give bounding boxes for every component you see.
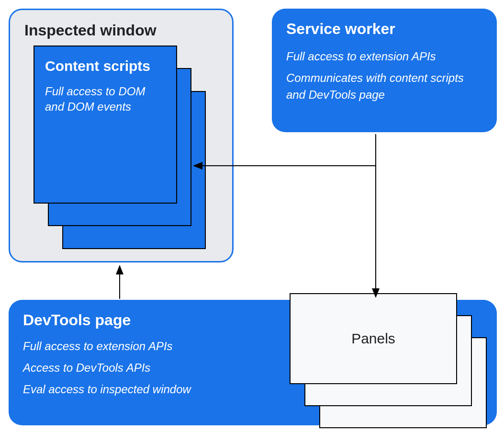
content-scripts-desc: Full access to DOM and DOM events: [45, 84, 166, 115]
content-scripts-title: Content scripts: [45, 57, 166, 75]
content-script-card-front: Content scripts Full access to DOM and D…: [34, 46, 177, 204]
panel-card-front: Panels: [290, 293, 457, 384]
service-worker-title: Service worker: [286, 20, 482, 38]
service-worker-desc-1: Full access to extension APIs: [286, 48, 482, 65]
service-worker-box: Service worker Full access to extension …: [272, 9, 497, 132]
service-worker-desc-2: Communicates with content scripts and De…: [286, 70, 482, 103]
panels-label: Panels: [351, 330, 395, 347]
panels-stack: Panels: [290, 293, 457, 389]
inspected-window-title: Inspected window: [24, 22, 218, 39]
content-scripts-stack: Content scripts Full access to DOM and D…: [34, 46, 177, 204]
